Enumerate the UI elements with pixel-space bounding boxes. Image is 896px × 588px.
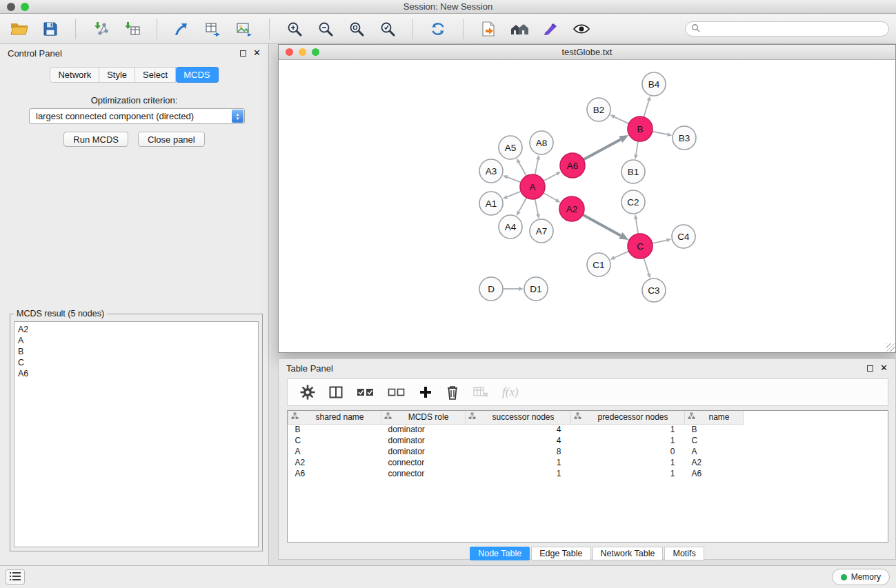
save-icon[interactable] [38, 18, 63, 40]
zoom-in-icon[interactable] [282, 18, 307, 40]
export-image-icon[interactable] [232, 18, 257, 40]
node-A3[interactable]: A3 [479, 159, 503, 183]
edge-A-A1[interactable] [503, 192, 521, 199]
criterion-dropdown[interactable]: largest connected component (directed) ▲… [29, 108, 245, 124]
node-A1[interactable]: A1 [479, 192, 503, 215]
close-panel-button[interactable]: Close panel [138, 132, 205, 147]
column-header-successor-nodes[interactable]: successor nodes [466, 411, 571, 424]
import-network-icon[interactable] [88, 18, 113, 40]
edge-A-A8[interactable] [535, 155, 540, 175]
zoom-selected-icon[interactable] [375, 18, 400, 40]
home-icon[interactable] [507, 18, 532, 40]
edge-C-C4[interactable] [653, 239, 672, 244]
table-row[interactable]: Bdominator41B [288, 424, 744, 435]
tab-node-table[interactable]: Node Table [470, 547, 530, 560]
node-A4[interactable]: A4 [499, 215, 522, 239]
refresh-icon[interactable] [426, 18, 450, 40]
node-C4[interactable]: C4 [672, 225, 695, 248]
table-row[interactable]: Cdominator41C [288, 435, 744, 446]
column-header-predecessor-nodes[interactable]: predecessor nodes [571, 411, 685, 424]
select-all-icon[interactable] [357, 386, 375, 398]
new-table-icon[interactable] [201, 18, 226, 40]
share-network-icon[interactable] [170, 18, 195, 40]
node-A7[interactable]: A7 [530, 219, 553, 243]
network-canvas[interactable]: B4B2BB3A8A5A6A3B1AC2A1A2A4A7C4CC1C3DD1 [279, 61, 895, 352]
mcds-result-list[interactable]: A2ABCA6 [14, 321, 259, 547]
tab-mcds[interactable]: MCDS [176, 67, 218, 83]
node-B1[interactable]: B1 [621, 160, 645, 183]
table-row[interactable]: Adominator80A [288, 446, 744, 457]
resize-handle-icon[interactable] [886, 343, 895, 352]
result-item[interactable]: A [18, 335, 255, 346]
network-zoom-button[interactable] [312, 48, 319, 56]
edge-C-C2[interactable] [634, 214, 638, 234]
edge-B-B2[interactable] [610, 115, 628, 124]
trash-icon[interactable] [446, 385, 459, 400]
result-item[interactable]: A6 [18, 368, 255, 379]
table-row[interactable]: A2connector11A2 [288, 457, 744, 468]
edge-A-A3[interactable] [503, 175, 521, 182]
open-folder-icon[interactable] [7, 18, 32, 40]
float-panel-icon[interactable] [240, 50, 246, 57]
node-D[interactable]: D [479, 277, 503, 301]
float-table-panel-icon[interactable] [867, 365, 873, 372]
edge-A-A5[interactable] [517, 159, 526, 176]
node-A5[interactable]: A5 [499, 136, 522, 159]
columns-icon[interactable] [328, 385, 344, 400]
tab-network-table[interactable]: Network Table [593, 547, 664, 560]
node-B[interactable]: B [628, 116, 653, 141]
column-header-name[interactable]: name [685, 411, 744, 424]
edge-A2-C[interactable] [583, 215, 629, 240]
node-C2[interactable]: C2 [621, 190, 645, 214]
node-B3[interactable]: B3 [673, 126, 696, 150]
close-table-panel-icon[interactable]: ✕ [880, 365, 888, 372]
node-C1[interactable]: C1 [587, 253, 610, 276]
network-close-button[interactable] [286, 48, 293, 56]
edge-A-A2[interactable] [544, 193, 561, 203]
memory-button[interactable]: Memory [832, 569, 890, 585]
column-header-shared-name[interactable]: shared name [288, 411, 381, 424]
gear-icon[interactable] [300, 385, 315, 400]
deselect-all-icon[interactable] [388, 386, 406, 398]
search-box[interactable] [685, 21, 889, 37]
run-mcds-button[interactable]: Run MCDS [63, 132, 128, 147]
eye-icon[interactable] [569, 18, 594, 40]
node-A2[interactable]: A2 [559, 196, 584, 221]
zoom-fit-icon[interactable] [344, 18, 369, 40]
node-A8[interactable]: A8 [530, 131, 553, 154]
tab-network[interactable]: Network [50, 67, 99, 83]
edge-D-D1[interactable] [503, 287, 524, 291]
close-panel-icon[interactable]: ✕ [253, 50, 261, 57]
node-A6[interactable]: A6 [560, 153, 585, 178]
node-A[interactable]: A [520, 174, 545, 199]
document-export-icon[interactable] [476, 18, 501, 40]
network-minimize-button[interactable] [299, 48, 306, 56]
tab-edge-table[interactable]: Edge Table [531, 547, 590, 560]
edge-B-B1[interactable] [634, 141, 638, 159]
import-table-icon[interactable] [119, 18, 144, 40]
node-B4[interactable]: B4 [642, 72, 666, 96]
window-zoom-button[interactable] [21, 3, 29, 11]
result-item[interactable]: A2 [18, 324, 255, 335]
table-row[interactable]: A6connector11A6 [288, 468, 744, 479]
zoom-out-icon[interactable] [313, 18, 338, 40]
tab-select[interactable]: Select [135, 67, 176, 83]
tab-motifs[interactable]: Motifs [664, 547, 704, 560]
edge-B-B3[interactable] [653, 132, 673, 136]
window-close-button[interactable] [7, 3, 15, 11]
edge-B-B4[interactable] [644, 96, 650, 117]
node-C[interactable]: C [628, 234, 653, 258]
result-item[interactable]: C [18, 357, 255, 368]
edge-A-A4[interactable] [517, 198, 527, 216]
edge-A6-B[interactable] [584, 135, 629, 159]
column-header-MCDS-role[interactable]: MCDS role [381, 411, 466, 424]
result-item[interactable]: B [18, 346, 255, 357]
paint-icon[interactable] [538, 18, 563, 40]
search-input[interactable] [704, 23, 883, 35]
edge-A-A6[interactable] [544, 172, 561, 181]
node-C3[interactable]: C3 [642, 278, 666, 302]
edge-C-C1[interactable] [610, 251, 628, 259]
task-history-button[interactable] [6, 569, 25, 585]
edge-A-A7[interactable] [535, 199, 540, 219]
edge-C-C3[interactable] [644, 258, 650, 278]
